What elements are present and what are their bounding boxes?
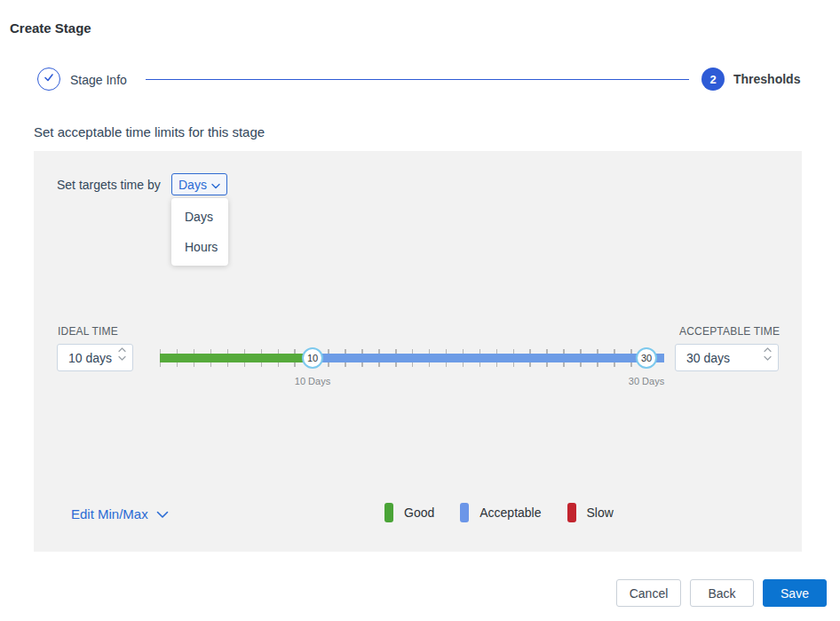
legend: Good Acceptable Slow	[384, 503, 614, 522]
unit-dropdown-menu: Days Hours	[171, 198, 228, 266]
stepper-down-icon	[764, 355, 772, 361]
ideal-time-input[interactable]	[57, 344, 133, 371]
acceptable-time-label: ACCEPTABLE TIME	[679, 325, 780, 338]
good-swatch	[384, 503, 393, 522]
edit-minmax-link[interactable]: Edit Min/Max	[71, 506, 169, 521]
targets-time-label: Set targets time by	[57, 178, 161, 192]
back-button[interactable]: Back	[690, 579, 754, 607]
acceptable-time-value[interactable]	[676, 351, 778, 365]
chevron-down-icon	[156, 506, 169, 521]
stepper-down-icon	[118, 355, 126, 361]
cancel-button[interactable]: Cancel	[616, 579, 681, 607]
section-heading: Set acceptable time limits for this stag…	[34, 124, 265, 139]
legend-label: Good	[404, 506, 434, 520]
step-1-indicator[interactable]	[37, 68, 60, 91]
stepper-up-icon	[764, 347, 772, 353]
acceptable-time-input[interactable]	[675, 344, 779, 371]
unit-dropdown-value: Days	[178, 178, 207, 192]
legend-label: Acceptable	[479, 506, 541, 520]
thresholds-panel: Set targets time by Days Days Hours IDEA…	[34, 151, 802, 552]
step-2-label: Thresholds	[733, 72, 800, 86]
ideal-time-label: IDEAL TIME	[58, 325, 118, 338]
dialog-footer: Cancel Back Save	[616, 579, 827, 607]
slider-max-handle[interactable]: 30	[636, 347, 657, 369]
slider-min-label: 10 Days	[281, 376, 344, 386]
chevron-down-icon	[211, 178, 220, 192]
slider-track-acceptable	[313, 354, 664, 362]
time-range-slider: 10 30 10 Days 30 Days	[160, 348, 664, 389]
dropdown-option-days[interactable]: Days	[171, 202, 228, 232]
slow-swatch	[567, 503, 576, 522]
stepper-connector-line	[146, 79, 689, 80]
step-2-indicator[interactable]: 2	[701, 68, 725, 91]
ideal-time-stepper[interactable]	[118, 347, 126, 361]
check-icon	[43, 71, 55, 87]
slider-track[interactable]	[160, 354, 664, 362]
save-button[interactable]: Save	[763, 579, 827, 607]
step-1-label: Stage Info	[70, 73, 127, 87]
edit-minmax-label: Edit Min/Max	[71, 506, 148, 521]
page-title: Create Stage	[10, 20, 91, 36]
legend-item-slow: Slow	[567, 503, 614, 522]
unit-dropdown[interactable]: Days	[171, 173, 227, 195]
acceptable-swatch	[460, 503, 469, 522]
acceptable-time-stepper[interactable]	[764, 347, 772, 361]
step-2-number: 2	[709, 73, 716, 86]
create-stage-dialog: Create Stage Stage Info 2 Thresholds Set…	[0, 0, 840, 621]
stepper-up-icon	[118, 347, 126, 353]
legend-label: Slow	[587, 506, 614, 520]
legend-item-acceptable: Acceptable	[460, 503, 541, 522]
slider-min-handle[interactable]: 10	[302, 347, 323, 369]
slider-max-label: 30 Days	[615, 376, 678, 386]
legend-item-good: Good	[384, 503, 434, 522]
slider-track-good	[160, 354, 313, 362]
dropdown-option-hours[interactable]: Hours	[171, 232, 228, 262]
